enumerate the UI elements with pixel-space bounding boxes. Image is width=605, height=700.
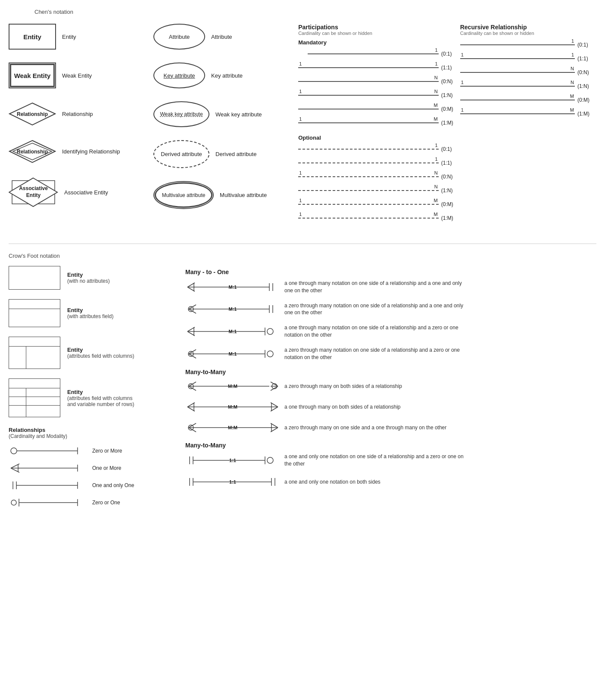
cf-entity-with-cols-shape	[9, 337, 60, 369]
oneone-desc-0: a one and only one notation on one side …	[284, 453, 465, 468]
cf-entity-with-attr-header	[9, 300, 60, 309]
mm-desc-0: a zero through many on both sides of a r…	[284, 383, 402, 390]
crows-main: Entity (with no attributes) Entity (with…	[9, 266, 596, 514]
m1-desc-0: a one through many notation on one side …	[284, 280, 465, 294]
attribute-shape: Attribute	[153, 24, 205, 50]
cf-var-body	[9, 388, 60, 417]
opt-notation-2: (0:N)	[441, 174, 460, 180]
svg-point-49	[267, 351, 273, 357]
legend-zero-one: Zero or One	[9, 497, 177, 508]
opt-notation-1: (1:1)	[441, 160, 460, 166]
mm-line-1: M:M	[185, 400, 280, 413]
cf-entity-with-attr-sublabel: (with attributes field)	[67, 313, 113, 319]
cf-entity-with-attr-labels: Entity (with attributes field)	[67, 307, 113, 319]
assoc-entity-shape: AssociativeEntity	[9, 177, 58, 207]
derived-attr-row: Derived attribute Derived attribute	[153, 140, 298, 168]
rec-row-2: N (0:N)	[460, 67, 596, 78]
cf-var-right-row2	[26, 397, 60, 406]
oneone-line-0: 1:1	[185, 454, 280, 467]
legend-one-only: One and only One	[9, 480, 177, 491]
cf-var-right-row1	[26, 388, 60, 397]
multivalue-label: Multivalue attribute	[220, 192, 267, 198]
identifying-rel-label: Identifying Relationship	[62, 148, 120, 155]
m1-row-1: M:1 a zero through many notation on one …	[185, 302, 596, 317]
cf-entity-variable-labels: Entity (attributes field with columns an…	[67, 389, 136, 407]
cf-var-row2	[9, 397, 26, 406]
opt-notation-5: (1:M)	[441, 215, 460, 221]
rec-row-0: 1 (0:1)	[460, 39, 596, 50]
cf-entity-with-cols-label: Entity	[67, 347, 134, 353]
mm-line-0: M:M	[185, 380, 280, 393]
m1-label-2: M:1	[229, 329, 237, 334]
legend-zero-more: Zero or More	[9, 445, 177, 456]
one-only-line	[9, 480, 86, 491]
oneone-line-1: 1:1	[185, 475, 280, 488]
opt-row-5: 1 M (1:M)	[298, 212, 460, 224]
entity-label: Entity	[62, 34, 76, 40]
cf-entity-with-attr-row: Entity (with attributes field)	[9, 299, 177, 327]
relationship-row: Relationship Relationship	[9, 102, 153, 126]
oneone-desc-1: a one and only one notation on both side…	[284, 478, 380, 486]
cf-entity-cols-body	[9, 347, 60, 369]
opt-row-2: 1 N (0:N)	[298, 171, 460, 182]
cf-entity-variable-label: Entity	[67, 389, 136, 395]
cf-entity-with-attr-body	[9, 309, 60, 327]
attribute-label: Attribute	[211, 34, 232, 40]
many-to-one-title: Many - to - One	[185, 269, 596, 275]
cf-var-header	[9, 379, 60, 388]
m1-line-0: M:1	[185, 281, 280, 294]
rec-row-1: 1 1 (1:1)	[460, 53, 596, 64]
m1-row-2: M:1 a one through many notation on one s…	[185, 324, 596, 339]
opt-notation-0: (0:1)	[441, 146, 460, 152]
mm-desc-2: a zero through many on one side and a on…	[284, 424, 446, 431]
chens-entities-col: Entity Entity Weak Entity Weak Entity Re…	[9, 24, 153, 226]
multivalue-shape: Multivalue attribute	[153, 181, 214, 209]
cf-entity-no-attr-shape	[9, 266, 60, 290]
crows-left-col: Entity (with no attributes) Entity (with…	[9, 266, 177, 514]
m1-desc-3: a zero through many notation on one side…	[284, 347, 465, 361]
cf-entity-no-attr-label: Entity	[67, 272, 110, 278]
zero-one-label: Zero or One	[92, 500, 120, 506]
participations-title: Participations	[298, 24, 460, 31]
opt-row-3: N (1:N)	[298, 185, 460, 196]
m1-row-0: M:1 a one through many notation on one s…	[185, 280, 596, 294]
part-row-5: 1 M (1:M)	[298, 117, 460, 128]
key-attribute-shape: Key attribute	[153, 62, 205, 88]
recursive-title: Recursive Relationship	[460, 24, 596, 31]
cf-entity-variable-row: Entity (attributes field with columns an…	[9, 378, 177, 417]
assoc-entity-row: AssociativeEntity Associative Entity	[9, 177, 153, 207]
svg-point-5	[11, 448, 17, 454]
relationship-label: Relationship	[62, 111, 93, 117]
part-notation-4: (0:M)	[441, 106, 460, 112]
cf-entity-variable-sublabel: (attributes field with columns and varia…	[67, 395, 136, 407]
assoc-entity-text: AssociativeEntity	[19, 185, 48, 199]
key-attribute-row: Key attribute Key attribute	[153, 62, 298, 88]
oneone-row-1: 1:1 a one and only one notation on both …	[185, 475, 596, 488]
recursive-col: Recursive Relationship Cardinality can b…	[460, 24, 596, 226]
cf-var-row1	[9, 388, 26, 397]
mm-label-1: M:M	[228, 404, 237, 409]
opt-row-1: 1 (1:1)	[298, 157, 460, 169]
weak-key-shape: Weak key attribute	[153, 101, 209, 127]
part-notation-0: (0:1)	[441, 51, 460, 57]
oneone-label-1: 1:1	[229, 479, 236, 484]
rel-legend-title: Relationships	[9, 427, 177, 433]
part-notation-1: (1:1)	[441, 65, 460, 71]
identifying-rel-text: Relationship	[17, 149, 48, 155]
many-to-many2-title: Many-to-Many	[185, 442, 596, 449]
svg-point-18	[11, 500, 16, 505]
cf-var-right-row3	[26, 406, 60, 413]
cf-entity-no-attr-sublabel: (with no attributes)	[67, 278, 110, 284]
cf-var-right-col	[26, 388, 60, 417]
one-more-label: One or More	[92, 465, 121, 471]
opt-row-4: 1 M (0:M)	[298, 199, 460, 210]
cf-entity-with-cols-row: Entity (attributes field with columns)	[9, 337, 177, 369]
recursive-subtitle: Cardinality can be shown or hidden	[460, 31, 596, 36]
entity-row: Entity Entity	[9, 24, 153, 50]
oneone-row-0: 1:1 a one and only one notation on one s…	[185, 453, 596, 468]
identifying-rel-shape: Relationship	[9, 140, 56, 163]
svg-point-42	[267, 328, 273, 334]
crows-title: Crow's Foot notation	[9, 253, 596, 259]
part-row-2: N (0:N)	[298, 76, 460, 87]
cf-entity-variable-shape	[9, 378, 60, 417]
